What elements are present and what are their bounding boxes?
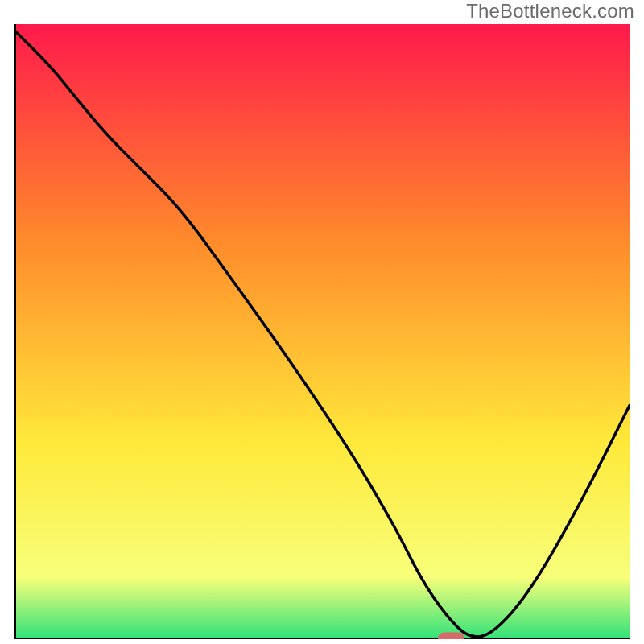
chart-gradient-background — [14, 24, 630, 639]
watermark-text: TheBottleneck.com — [466, 0, 634, 23]
bottleneck-chart — [14, 24, 630, 639]
optimal-point-marker — [438, 633, 464, 639]
